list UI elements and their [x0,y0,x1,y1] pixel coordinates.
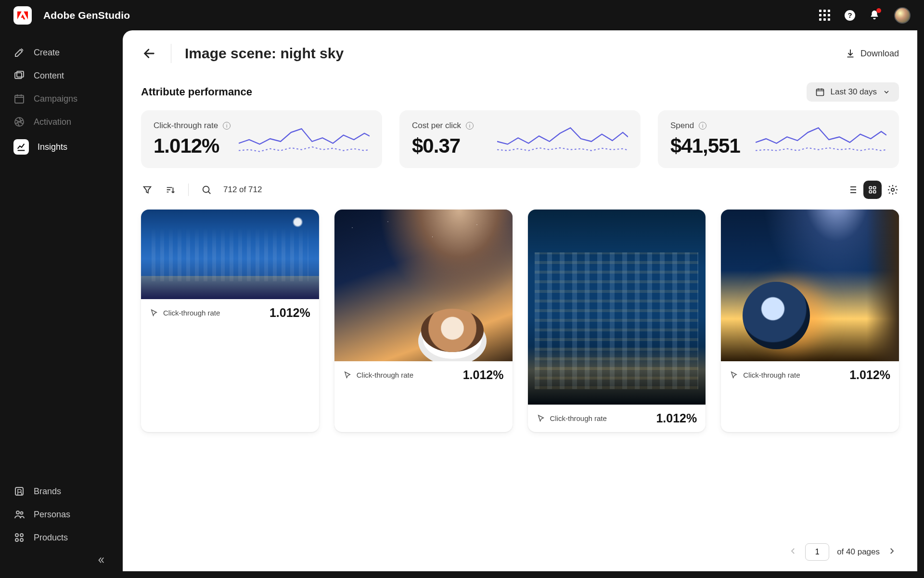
sidebar-item-label: Activation [34,117,71,127]
results-count: 712 of 712 [223,185,262,195]
sidebar-item-label: Content [34,71,64,81]
personas-icon [13,509,25,520]
asset-tile[interactable]: Click-through rate 1.012% [334,210,513,432]
svg-rect-18 [873,191,876,193]
asset-tile[interactable]: Click-through rate 1.012% [528,210,706,432]
calendar-icon [13,93,25,105]
sidebar-item-products[interactable]: Products [8,526,115,549]
notifications-icon[interactable] [869,10,881,21]
search-button[interactable] [200,184,213,196]
sidebar-item-label: Products [34,533,68,543]
divider [188,184,189,196]
calendar-icon [815,87,825,97]
page-input[interactable] [805,543,829,561]
tile-metric-value: 1.012% [270,306,310,320]
metric-value: $0.37 [412,134,491,158]
sidebar-item-brands[interactable]: Brands [8,480,115,503]
main-panel: Image scene: night sky Download Attribut… [123,30,917,571]
tile-metric-label: Click-through rate [357,371,413,379]
svg-point-19 [891,188,894,191]
svg-text:?: ? [847,11,852,19]
sidebar-item-label: Brands [34,486,61,497]
metric-value: 1.012% [154,134,233,158]
sidebar-item-activation[interactable]: Activation [8,110,115,133]
sidebar-item-label: Insights [38,142,67,152]
cursor-icon [730,371,738,380]
settings-button[interactable] [886,184,899,196]
section-title: Attribute performance [141,86,252,98]
top-bar: Adobe GenStudio ? [0,0,924,30]
filter-button[interactable] [141,184,154,196]
brand-icon [13,486,25,497]
tile-metric-label: Click-through rate [163,309,220,317]
asset-thumbnail [141,210,319,299]
page-title: Image scene: night sky [185,45,344,62]
app-logo[interactable] [13,6,32,25]
tile-metric-label: Click-through rate [743,371,800,379]
sort-button[interactable] [164,184,177,196]
sidebar-item-campaigns[interactable]: Campaigns [8,87,115,110]
sidebar-item-insights[interactable]: Insights [8,133,115,160]
products-icon [13,532,25,543]
tile-metric-label: Click-through rate [550,414,607,422]
aperture-icon [13,116,25,128]
info-icon[interactable]: i [699,122,706,130]
asset-tile[interactable]: Click-through rate 1.012% [141,210,319,432]
date-range-picker[interactable]: Last 30 days [807,82,899,102]
download-button[interactable]: Download [845,48,899,59]
sidebar-item-content[interactable]: Content [8,64,115,87]
asset-thumbnail [334,210,513,361]
svg-point-12 [20,539,23,541]
brand-name: Adobe GenStudio [43,10,130,21]
collapse-sidebar-button[interactable] [87,549,115,573]
avatar[interactable] [894,7,911,24]
svg-rect-2 [15,73,22,79]
info-icon[interactable]: i [223,122,231,130]
page-prev-button[interactable] [789,547,797,558]
help-icon[interactable]: ? [844,10,856,21]
metric-card-spend[interactable]: Spendi $41,551 [658,110,899,168]
svg-point-11 [15,539,18,541]
svg-point-8 [21,512,23,514]
sidebar-item-label: Create [34,48,60,58]
svg-point-14 [203,186,209,193]
date-range-label: Last 30 days [831,87,877,97]
grid-view-button[interactable] [863,181,882,199]
sidebar-item-create[interactable]: Create [8,41,115,64]
asset-thumbnail [721,210,899,361]
sidebar-item-label: Personas [34,510,70,520]
sparkline [239,123,370,155]
tile-metric-value: 1.012% [849,368,890,382]
brush-icon [13,47,25,58]
list-view-button[interactable] [846,184,859,196]
sidebar-item-label: Campaigns [34,94,77,104]
metric-card-cpc[interactable]: Cost per clicki $0.37 [399,110,641,168]
asset-thumbnail [528,210,706,405]
metric-label: Cost per click [412,121,461,131]
page-next-button[interactable] [887,547,896,558]
sparkline [497,123,628,155]
title-row: Image scene: night sky Download [141,44,899,63]
cursor-icon [150,309,158,317]
back-button[interactable] [141,45,157,62]
metric-card-ctr[interactable]: Click-through ratei 1.012% [141,110,382,168]
metric-value: $41,551 [670,134,750,158]
apps-icon[interactable] [819,10,831,21]
svg-rect-16 [873,186,876,189]
svg-point-7 [16,511,19,514]
info-icon[interactable]: i [466,122,474,130]
metric-label: Click-through rate [154,121,218,131]
pagination: of 40 pages [789,543,896,561]
cursor-icon [343,371,352,380]
asset-tile[interactable]: Click-through rate 1.012% [721,210,899,432]
cursor-icon [537,414,545,423]
chevron-down-icon [883,88,890,96]
svg-point-9 [15,534,18,537]
asset-gallery: Click-through rate 1.012% Click-through … [141,210,899,432]
svg-point-10 [20,534,23,537]
metric-cards: Click-through ratei 1.012% Cost per clic… [141,110,899,168]
sidebar-item-personas[interactable]: Personas [8,503,115,526]
page-total: of 40 pages [837,547,880,557]
metric-label: Spend [670,121,694,131]
sidebar: Create Content Campaigns Activation Insi… [0,30,123,578]
